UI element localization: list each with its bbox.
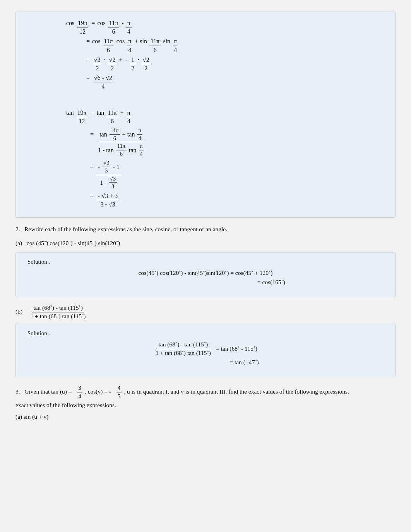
cos-derivation-block: cos 19π 12 = cos 11π 6 - π 4 = cos 11π xyxy=(66,18,384,92)
frac-sqrt6-sqrt2-4: √6 - √2 4 xyxy=(93,74,113,90)
solution-label-2a: Solution . xyxy=(27,259,384,265)
frac-pi-4-2: π 4 xyxy=(127,38,132,53)
tan-line-2: = tan 11π 6 + tan π 4 1 - tan xyxy=(88,127,147,157)
cos-label-2: cos xyxy=(97,20,107,27)
tan-addition-frac: tan 11π 6 + tan π 4 1 - tan 11π xyxy=(97,127,146,157)
problem-3-statement: 3. Given that tan (u) = 3 4 , cos(v) = -… xyxy=(15,384,396,410)
tan-numeric-frac: - √3 3 - 1 1 - √3 3 xyxy=(97,160,121,190)
problem-3a-label: (a) sin (u + v) xyxy=(15,413,396,420)
tan-final-frac: - √3 + 3 3 - √3 xyxy=(97,192,119,208)
problem-2-text: Rewrite each of the following expression… xyxy=(24,226,227,232)
problem-2a-label: (a) cos (45˚) cos(120˚) - sin(45˚) sin(1… xyxy=(15,239,396,248)
tan-line-1: tan 19π 12 = tan 11π 6 + π 4 xyxy=(66,109,132,125)
tan-label-1: tan xyxy=(66,109,75,116)
frac-sqrt2-2: √2 2 xyxy=(108,56,117,72)
solution-math-2a: cos(45˚) cos(120˚) - sin(45˚)sin(120˚) =… xyxy=(27,268,384,287)
minus-op-1: - xyxy=(122,20,123,27)
partb-label: (b) xyxy=(15,308,22,315)
problem-2b-label: (b) tan (68˚) - tan (115˚) 1 + tan (68˚)… xyxy=(15,304,396,320)
plus-op-1: + xyxy=(135,38,138,45)
equals-4: = xyxy=(86,75,90,82)
solution-box-2b: Solution . tan (68˚) - tan (115˚) 1 + ta… xyxy=(15,324,396,377)
plus-op-2: + xyxy=(119,56,123,63)
solution-2b-line1: tan (68˚) - tan (115˚) 1 + tan (68˚) tan… xyxy=(154,341,257,356)
solution-math-2b: tan (68˚) - tan (115˚) 1 + tan (68˚) tan… xyxy=(27,340,384,367)
cos-line-2: = cos 11π 6 cos π 4 + sin 11π 6 sin π xyxy=(84,38,179,53)
plus-op-tan: + xyxy=(120,109,124,116)
solution-label-2b: Solution . xyxy=(27,330,384,337)
solution-box-1: cos 19π 12 = cos 11π 6 - π 4 = cos 11π xyxy=(15,12,396,218)
tan-line-3: = - √3 3 - 1 1 - √3 3 xyxy=(88,160,122,190)
equals-tan-3: = xyxy=(90,164,94,171)
cos-line-4: = √6 - √2 4 xyxy=(84,74,114,90)
problem-2-number: 2. xyxy=(15,226,20,232)
frac-11pi-6-3: 11π 6 xyxy=(149,38,161,53)
solution-box-2a: Solution . cos(45˚) cos(120˚) - sin(45˚)… xyxy=(15,252,396,297)
cos-label-1: cos xyxy=(66,20,76,27)
cos-line-3: = √3 2 · √2 2 + - 1 2 · √2 2 xyxy=(84,56,151,72)
tan-u-frac: 3 4 xyxy=(77,384,82,400)
frac-11pi-6-2: 11π 6 xyxy=(103,38,114,53)
sin-label-1: sin xyxy=(140,38,149,45)
frac-sqrt3-2: √3 2 xyxy=(93,56,102,72)
problem-2-statement: 2. Rewrite each of the following express… xyxy=(15,225,396,234)
solution-2a-line2: = cos(165˚) xyxy=(257,279,285,286)
equals-tan-2: = xyxy=(90,131,94,138)
tan-derivation-block: tan 19π 12 = tan 11π 6 + π 4 = tan xyxy=(66,108,384,210)
solution-2b-frac: tan (68˚) - tan (115˚) 1 + tan (68˚) tan… xyxy=(154,341,212,356)
equals-1: = xyxy=(91,20,95,27)
cos-line-1: cos 19π 12 = cos 11π 6 - π 4 xyxy=(66,19,132,35)
equals-tan-1: = xyxy=(91,109,94,116)
solution-2a-line1: cos(45˚) cos(120˚) - sin(45˚)sin(120˚) =… xyxy=(139,269,273,276)
frac-pi-4-tan: π 4 xyxy=(126,109,132,125)
frac-1-2: 1 2 xyxy=(130,56,135,72)
cos-v-frac: 4 5 xyxy=(116,384,122,400)
partb-fraction: tan (68˚) - tan (115˚) 1 + tan (68˚) tan… xyxy=(29,304,87,320)
frac-pi-4: π 4 xyxy=(126,19,132,35)
frac-19pi-12: 19π 12 xyxy=(77,19,88,35)
tan-line-4: = - √3 + 3 3 - √3 xyxy=(88,192,120,208)
equals-3: = xyxy=(86,56,90,63)
sin-label-2: sin xyxy=(163,38,172,45)
tan-label-2: tan xyxy=(97,109,106,116)
frac-19pi-12-tan: 19π 12 xyxy=(76,109,88,125)
equals-2: = xyxy=(86,38,90,45)
solution-2b-line2: = tan (- 47˚) xyxy=(229,359,259,366)
equals-tan-4: = xyxy=(90,193,94,200)
frac-11pi-6-tan: 11π 6 xyxy=(106,109,118,125)
cos-label-3: cos xyxy=(92,38,102,45)
cos-label-4: cos xyxy=(116,38,126,45)
frac-sqrt2-2-b: √2 2 xyxy=(142,56,151,72)
frac-11pi-6: 11π 6 xyxy=(108,19,119,35)
frac-pi-4-3: π 4 xyxy=(173,38,178,53)
